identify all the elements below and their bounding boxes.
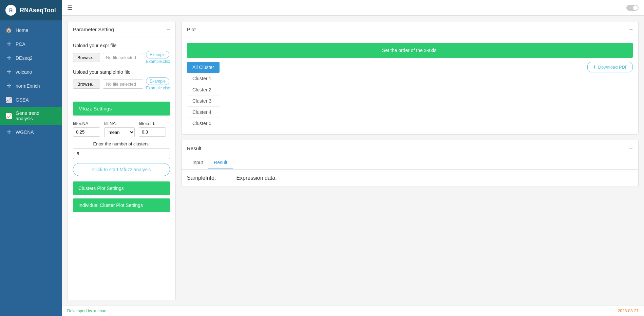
- download-pdf-btn[interactable]: ⬇ Download PDF: [587, 62, 633, 72]
- filter-na-label: filter.NA:: [73, 121, 100, 126]
- result-minimize-btn[interactable]: −: [629, 145, 633, 151]
- normenrich-icon: ✛: [5, 83, 12, 89]
- content-area: Parameter Setting − Upload your expr fil…: [62, 16, 644, 305]
- cluster-tab-5[interactable]: Cluster 5: [187, 118, 220, 129]
- upload-sample-row: Browse... No file selected Example Examp…: [73, 77, 170, 90]
- sample-example-link[interactable]: Example.xlsx: [146, 86, 170, 90]
- footer-bar: Developed by xuchao 2023-03-27: [62, 305, 644, 316]
- sidebar-item-pca[interactable]: ✛ PCA: [0, 37, 62, 51]
- hamburger-icon[interactable]: ☰: [67, 4, 73, 12]
- plot-panel-title: Plot: [187, 27, 196, 32]
- mfuzz-settings-grid: filter.NA: fill.NA: mean median zero fil…: [73, 121, 170, 137]
- sidebar-footer: [0, 308, 62, 316]
- sidebar-item-deseq2[interactable]: ✛ DEseq2: [0, 51, 62, 65]
- home-icon: 🏠: [5, 27, 12, 33]
- filter-na-input[interactable]: [73, 127, 100, 137]
- upload-expr-section: Upload your expr file Browse... No file …: [73, 43, 170, 64]
- upload-sample-section: Upload your sampleInfo file Browse... No…: [73, 69, 170, 90]
- sidebar-item-normenrich[interactable]: ✛ normEnrich: [0, 79, 62, 93]
- browse-sample-btn[interactable]: Browse...: [73, 80, 100, 89]
- upload-expr-row: Browse... No file selected Example Examp…: [73, 51, 170, 64]
- sample-example-btn[interactable]: Example: [146, 77, 169, 85]
- plot-minimize-btn[interactable]: −: [629, 26, 633, 32]
- x-axis-order-btn[interactable]: Set the order of the x-axis:: [187, 43, 633, 58]
- app-title: RNAseqTool: [20, 7, 56, 14]
- top-bar-right: [626, 5, 639, 11]
- expr-example-btn[interactable]: Example: [146, 51, 169, 58]
- gene-trend-icon: 📈: [5, 113, 12, 119]
- main-content: ☰ Parameter Setting − Upload your expr f…: [62, 0, 644, 316]
- sample-example-group: Example Example.xlsx: [146, 77, 170, 90]
- browse-expr-btn[interactable]: Browse...: [73, 53, 100, 62]
- plot-body: Set the order of the x-axis: All Cluster…: [182, 37, 638, 134]
- sidebar-item-gene-trend[interactable]: 📈 Gene trend analysis: [0, 107, 62, 125]
- result-panel: Result − Input Result SampleInfo: Expres…: [181, 140, 639, 187]
- cluster-tabs: All Cluster Cluster 1 Cluster 2 Cluster …: [187, 62, 220, 129]
- filter-na-field: filter.NA:: [73, 121, 100, 137]
- result-tabs: Input Result: [182, 156, 638, 170]
- fill-na-label: fill.NA:: [104, 121, 135, 126]
- cluster-tab-1[interactable]: Cluster 1: [187, 73, 220, 84]
- parameter-panel: Parameter Setting − Upload your expr fil…: [67, 21, 176, 300]
- divider: [73, 96, 170, 96]
- cluster-count-label: Enter the number of clusters:: [73, 141, 170, 146]
- result-body: SampleInfo: Expression data:: [182, 170, 638, 187]
- filter-std-field: filter.std:: [139, 121, 166, 137]
- result-tab-input[interactable]: Input: [187, 156, 208, 169]
- upload-sample-label: Upload your sampleInfo file: [73, 69, 170, 75]
- sidebar-nav: 🏠 Home ✛ PCA ✛ DEseq2 ✛ volcano ✛ normEn…: [0, 20, 62, 308]
- parameter-minimize-btn[interactable]: −: [166, 26, 170, 32]
- sidebar-item-label: DEseq2: [16, 55, 33, 61]
- app-logo: R RNAseqTool: [0, 0, 62, 20]
- download-pdf-label: Download PDF: [598, 65, 628, 70]
- parameter-panel-header: Parameter Setting −: [68, 21, 175, 37]
- theme-toggle[interactable]: [626, 5, 639, 11]
- plot-panel: Plot − Set the order of the x-axis: All …: [181, 21, 639, 135]
- sidebar-item-home[interactable]: 🏠 Home: [0, 23, 62, 37]
- sidebar-item-label: PCA: [16, 41, 25, 47]
- parameter-panel-title: Parameter Setting: [73, 27, 114, 32]
- cluster-count-input[interactable]: [73, 148, 170, 159]
- cluster-tab-all[interactable]: All Cluster: [187, 62, 220, 73]
- top-bar: ☰: [62, 0, 644, 16]
- sample-info-label: SampleInfo:: [187, 175, 216, 181]
- cluster-tab-4[interactable]: Cluster 4: [187, 107, 220, 118]
- fill-na-select[interactable]: mean median zero: [104, 127, 135, 137]
- upload-expr-label: Upload your expr file: [73, 43, 170, 48]
- cluster-count-section: Enter the number of clusters:: [73, 141, 170, 159]
- sidebar-item-label: volcano: [16, 69, 32, 75]
- expr-file-display: No file selected: [103, 53, 143, 62]
- fill-na-field: fill.NA: mean median zero: [104, 121, 135, 137]
- mfuzz-header: Mfuzz Settings: [73, 102, 170, 116]
- plot-controls: All Cluster Cluster 1 Cluster 2 Cluster …: [187, 62, 633, 129]
- clusters-plot-settings-btn[interactable]: Clusters Plot Settings: [73, 181, 170, 195]
- expression-data-label: Expression data:: [236, 175, 277, 181]
- pca-icon: ✛: [5, 41, 12, 47]
- deseq2-icon: ✛: [5, 55, 12, 61]
- sidebar-item-wgcna[interactable]: ✛ WGCNA: [0, 125, 62, 139]
- sidebar-item-label: WGCNA: [16, 129, 34, 135]
- sidebar-item-label: Home: [16, 28, 28, 33]
- right-panel: Plot − Set the order of the x-axis: All …: [181, 21, 639, 300]
- footer-date: 2023-03-27: [618, 309, 639, 313]
- cluster-tab-2[interactable]: Cluster 2: [187, 84, 220, 95]
- sidebar-item-gsea[interactable]: 📈 GSEA: [0, 93, 62, 107]
- sidebar-item-volcano[interactable]: ✛ volcano: [0, 65, 62, 79]
- cluster-tab-3[interactable]: Cluster 3: [187, 95, 220, 107]
- sample-file-display: No file selected: [103, 80, 143, 89]
- filter-std-input[interactable]: [139, 127, 166, 137]
- download-icon: ⬇: [592, 65, 596, 70]
- start-mfuzz-btn[interactable]: Click to start Mfuzz analysis: [73, 163, 170, 176]
- sidebar-item-label: GSEA: [16, 97, 29, 103]
- logo-icon: R: [5, 5, 16, 16]
- sidebar: R RNAseqTool 🏠 Home ✛ PCA ✛ DEseq2 ✛ vol…: [0, 0, 62, 316]
- result-tab-result[interactable]: Result: [208, 156, 233, 169]
- individual-cluster-plot-settings-btn[interactable]: Individual Cluster Plot Settings: [73, 198, 170, 212]
- volcano-icon: ✛: [5, 69, 12, 75]
- sidebar-item-label: normEnrich: [16, 83, 40, 89]
- result-panel-header: Result −: [182, 140, 638, 156]
- expr-example-link[interactable]: Example.xlsx: [146, 59, 170, 64]
- filter-std-label: filter.std:: [139, 121, 166, 126]
- result-panel-title: Result: [187, 145, 202, 151]
- plot-panel-header: Plot −: [182, 21, 638, 37]
